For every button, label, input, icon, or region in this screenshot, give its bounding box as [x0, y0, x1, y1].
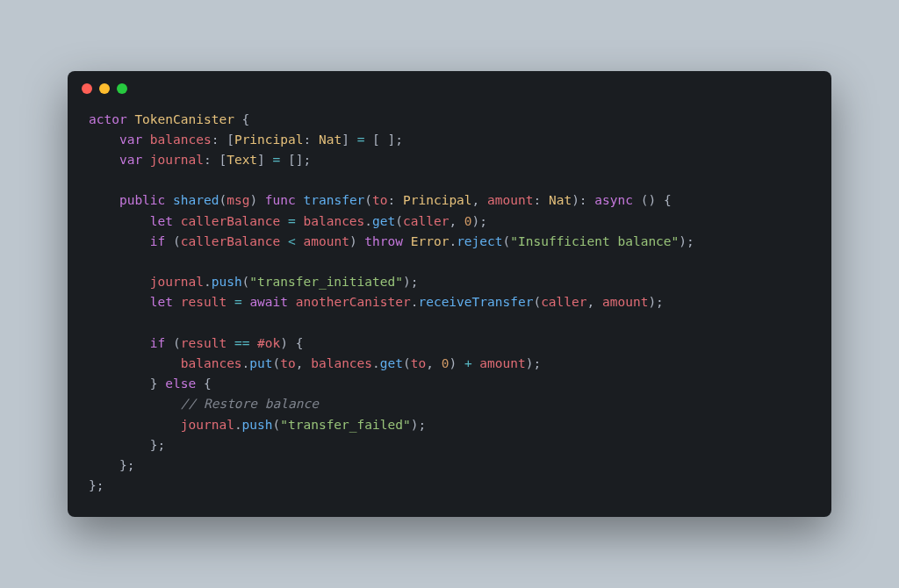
code-line: var journal: [Text] = [];: [119, 153, 311, 167]
code-line: journal.push("transfer_initiated");: [150, 275, 419, 289]
minimize-icon[interactable]: [99, 83, 110, 94]
code-line: let result = await anotherCanister.recei…: [150, 295, 664, 309]
close-icon[interactable]: [82, 83, 92, 94]
maximize-icon[interactable]: [117, 83, 127, 94]
code-line: if (callerBalance < amount) throw Error.…: [150, 234, 694, 248]
code-line: };: [150, 438, 165, 452]
code-line: var balances: [Principal: Nat] = [ ];: [119, 133, 403, 147]
code-line: public shared(msg) func transfer(to: Pri…: [119, 193, 672, 207]
code-window: actor TokenCanister { var balances: [Pri…: [68, 71, 831, 518]
code-line: if (result == #ok) {: [150, 336, 304, 350]
code-line: } else {: [150, 376, 212, 391]
window-titlebar: [68, 71, 831, 101]
code-line: };: [89, 478, 104, 492]
code-line: journal.push("transfer_failed");: [181, 418, 426, 432]
code-line: };: [119, 458, 134, 472]
code-line: balances.put(to, balances.get(to, 0) + a…: [181, 356, 541, 370]
code-block: actor TokenCanister { var balances: [Pri…: [68, 101, 831, 518]
code-line: // Restore balance: [181, 397, 319, 411]
code-line: actor TokenCanister {: [89, 112, 249, 126]
code-line: let callerBalance = balances.get(caller,…: [150, 214, 487, 228]
